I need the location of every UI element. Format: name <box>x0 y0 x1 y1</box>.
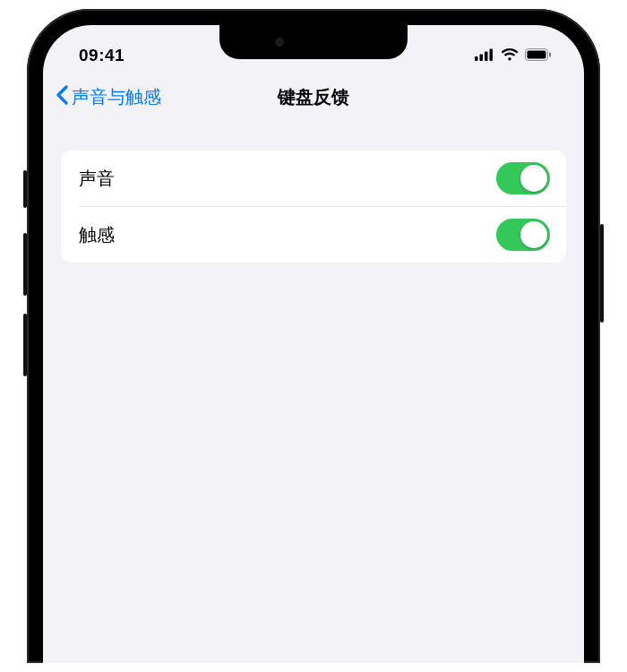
row-haptic-label: 触感 <box>79 223 115 247</box>
chevron-left-icon <box>56 85 68 109</box>
settings-group: 声音 触感 <box>61 151 566 263</box>
back-label: 声音与触感 <box>72 85 161 109</box>
wifi-icon <box>501 46 519 65</box>
cellular-icon <box>475 46 494 65</box>
power-button <box>600 224 604 323</box>
toggle-sound[interactable] <box>496 162 550 194</box>
toggle-haptic[interactable] <box>496 219 550 251</box>
notch <box>219 25 408 59</box>
nav-bar: 声音与触感 键盘反馈 <box>43 73 584 120</box>
battery-icon <box>525 46 552 65</box>
toggle-knob <box>520 165 547 192</box>
silent-switch <box>23 170 27 208</box>
phone-frame: 09:41 声音与触感 键盘反馈 <box>27 9 600 663</box>
toggle-knob <box>520 221 547 248</box>
volume-down-button <box>23 314 27 376</box>
svg-rect-5 <box>528 51 546 59</box>
row-sound-label: 声音 <box>79 167 115 191</box>
svg-rect-1 <box>480 55 484 62</box>
row-sound: 声音 <box>61 151 566 206</box>
status-time: 09:41 <box>79 46 125 65</box>
svg-rect-6 <box>549 53 551 57</box>
svg-rect-2 <box>485 52 488 62</box>
back-button[interactable]: 声音与触感 <box>56 85 161 109</box>
screen: 09:41 声音与触感 键盘反馈 <box>43 25 584 663</box>
svg-rect-0 <box>475 56 478 61</box>
volume-up-button <box>23 233 27 296</box>
row-haptic: 触感 <box>61 207 566 263</box>
status-icons <box>475 46 552 65</box>
svg-rect-3 <box>490 49 494 62</box>
content: 声音 触感 <box>43 120 584 263</box>
